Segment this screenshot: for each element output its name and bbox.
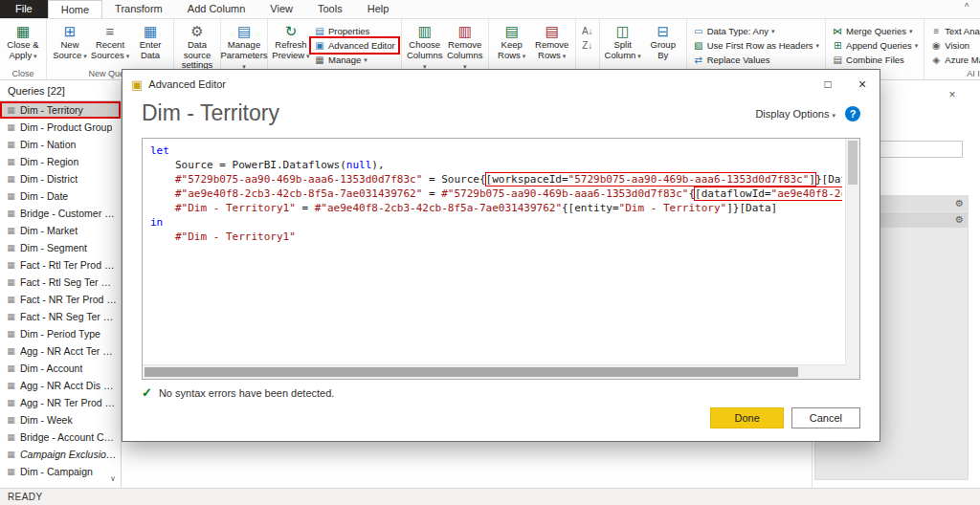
query-item-fact-rtl-ter-prod-gr[interactable]: ▦Fact - Rtl Ter Prod Gr... bbox=[0, 256, 121, 274]
ribbon-button-remove-columns[interactable]: ▥Remove Columns ▾ bbox=[445, 21, 485, 73]
ribbon-button-advanced-editor[interactable]: ▣Advanced Editor bbox=[311, 38, 398, 53]
horizontal-scrollbar[interactable] bbox=[143, 364, 845, 379]
remove-rows-icon: ▤ bbox=[546, 23, 559, 40]
vision-icon: ◉ bbox=[930, 40, 942, 51]
ribbon-group: ≡Text Analytics◉Vision◈Azure Machine Lea… bbox=[924, 19, 980, 79]
query-item-dim-segment[interactable]: ▦Dim - Segment bbox=[0, 239, 121, 256]
query-item-fact-nr-seg-ter-pro[interactable]: ▦Fact - NR Seg Ter Pro... bbox=[0, 308, 121, 325]
ribbon-button-sort-za[interactable]: Z↓ bbox=[579, 38, 596, 53]
query-item-agg-nr-acct-dis-pr[interactable]: ▦Agg - NR Acct Dis Pr... bbox=[0, 377, 121, 394]
manage-parameters-icon: ▤ bbox=[237, 23, 251, 40]
query-item-label: Dim - Account bbox=[20, 362, 82, 374]
query-item-bridge-customer-ca[interactable]: ▦Bridge - Customer Ca... bbox=[0, 205, 121, 222]
code-token: Source = PowerBI.Dataflows( bbox=[175, 159, 346, 171]
ribbon-button-merge-queries[interactable]: ⋈Merge Queries▾ bbox=[829, 24, 921, 38]
query-item-dim-district[interactable]: ▦Dim - District bbox=[0, 170, 121, 187]
query-item-dim-week[interactable]: ▦Dim - Week bbox=[0, 411, 121, 428]
ribbon-button-group-by[interactable]: ⊟Group By bbox=[643, 21, 683, 60]
gear-icon[interactable] bbox=[955, 199, 964, 209]
ribbon-button-remove-rows[interactable]: ▤Remove Rows ▾ bbox=[532, 21, 572, 61]
query-item-label: Fact - NR Seg Ter Pro... bbox=[20, 311, 117, 322]
ribbon-button-manage-parameters[interactable]: ▤Manage Parameters ▾ bbox=[224, 21, 264, 73]
query-item-dim-campaign[interactable]: ▦Dim - Campaign bbox=[0, 463, 121, 480]
refresh-preview-icon: ↻ bbox=[285, 23, 298, 40]
query-item-campaign-exclusion-l[interactable]: ▦Campaign Exclusion L... bbox=[0, 446, 121, 463]
query-item-label: Dim - Territory bbox=[20, 104, 83, 116]
ribbon-button-properties[interactable]: ▤Properties bbox=[311, 24, 398, 38]
help-button[interactable] bbox=[845, 106, 860, 121]
query-item-dim-date[interactable]: ▦Dim - Date bbox=[0, 187, 121, 205]
query-table-icon: ▦ bbox=[6, 381, 16, 390]
ribbon-button-use-first-row-as-headers[interactable]: ▧Use First Row as Headers▾ bbox=[690, 38, 822, 53]
ribbon-button-data-type-any[interactable]: ▭Data Type: Any▾ bbox=[690, 24, 822, 38]
tab-view[interactable]: View bbox=[257, 0, 305, 18]
code-token: "Dim - Territory" bbox=[619, 202, 727, 214]
query-table-icon: ▦ bbox=[6, 346, 16, 356]
ribbon-button-vision[interactable]: ◉Vision bbox=[927, 38, 980, 53]
tab-tools[interactable]: Tools bbox=[305, 0, 355, 18]
query-item-dim-territory[interactable]: ▦Dim - Territory bbox=[0, 101, 121, 119]
ribbon-button-replace-values[interactable]: ⇄Replace Values bbox=[690, 53, 822, 67]
query-item-agg-nr-ter-prod-gr[interactable]: ▦Agg - NR Ter Prod Gr... bbox=[0, 394, 121, 411]
tab-home[interactable]: Home bbox=[48, 0, 102, 18]
ribbon-button-data-source-settings[interactable]: ⚙Data source settings bbox=[177, 21, 217, 71]
query-item-agg-nr-acct-ter-pr[interactable]: ▦Agg - NR Acct Ter Pr... bbox=[0, 342, 121, 360]
close-icon[interactable] bbox=[845, 70, 880, 99]
ribbon-button-azure-machine-learning[interactable]: ◈Azure Machine Learning bbox=[927, 53, 980, 67]
query-item-dim-nation[interactable]: ▦Dim - Nation bbox=[0, 136, 121, 153]
ribbon-button-new-source[interactable]: ⊞New Source ▾ bbox=[50, 21, 90, 61]
query-item-fact-rtl-seg-ter-pro[interactable]: ▦Fact - Rtl Seg Ter Pro... bbox=[0, 274, 121, 291]
ribbon-button-combine-files[interactable]: ▤Combine Files bbox=[829, 53, 921, 67]
query-title: Dim - Territory bbox=[142, 100, 279, 126]
ribbon-button-sort-az[interactable]: A↓ bbox=[579, 24, 596, 38]
ribbon-button-append-queries[interactable]: ⊞Append Queries▾ bbox=[829, 38, 921, 53]
code-editor[interactable]: letSource = PowerBI.Dataflows(null),#"57… bbox=[142, 138, 860, 380]
scroll-down-icon[interactable] bbox=[107, 473, 119, 485]
ribbon-button-label: Azure Machine Learning bbox=[945, 55, 980, 65]
code-token: = Source{ bbox=[422, 173, 485, 186]
ribbon-button-recent-sources[interactable]: ≡Recent Sources ▾ bbox=[90, 21, 130, 61]
done-button[interactable]: Done bbox=[710, 407, 783, 428]
tab-help[interactable]: Help bbox=[355, 0, 402, 18]
vertical-scrollbar[interactable] bbox=[845, 139, 859, 364]
query-item-dim-product-group[interactable]: ▦Dim - Product Group bbox=[0, 119, 121, 136]
query-item-label: Agg - NR Acct Dis Pr... bbox=[20, 380, 117, 391]
vertical-scrollbar-thumb[interactable] bbox=[848, 141, 858, 185]
advanced-editor-dialog: ▣ Advanced Editor Dim - Territory Displa… bbox=[122, 69, 880, 442]
combine-files-icon: ▤ bbox=[832, 55, 843, 65]
ribbon-button-manage[interactable]: ▦Manage▾ bbox=[311, 53, 398, 67]
tab-transform[interactable]: Transform bbox=[102, 0, 175, 18]
ribbon-button-close-apply[interactable]: ▦Close & Apply ▾ bbox=[3, 21, 43, 61]
horizontal-scrollbar-thumb[interactable] bbox=[145, 367, 798, 377]
query-item-dim-market[interactable]: ▦Dim - Market bbox=[0, 222, 121, 239]
cancel-button[interactable]: Cancel bbox=[791, 407, 860, 428]
ribbon-button-label: Properties bbox=[328, 26, 369, 36]
chevron-down-icon: ▾ bbox=[915, 42, 919, 50]
collapse-ribbon-icon[interactable] bbox=[959, 2, 974, 17]
gear-icon[interactable] bbox=[955, 215, 964, 225]
close-pane-icon[interactable] bbox=[946, 88, 959, 101]
ribbon-button-keep-rows[interactable]: ▤Keep Rows ▾ bbox=[492, 21, 532, 61]
query-item-bridge-account-ca[interactable]: ▦Bridge - Account Ca... bbox=[0, 428, 121, 446]
ribbon-button-choose-columns[interactable]: ▥Choose Columns ▾ bbox=[405, 21, 445, 73]
query-item-dim-account[interactable]: ▦Dim - Account bbox=[0, 360, 121, 377]
tab-file[interactable]: File bbox=[0, 0, 48, 18]
query-item-dim-period-type[interactable]: ▦Dim - Period Type bbox=[0, 325, 121, 342]
data-source-settings-icon: ⚙ bbox=[190, 23, 203, 40]
ribbon-button-refresh-preview[interactable]: ↻Refresh Preview ▾ bbox=[271, 21, 311, 61]
ribbon-button-text-analytics[interactable]: ≡Text Analytics bbox=[927, 24, 980, 38]
code-token: = bbox=[296, 202, 315, 214]
ribbon-button-label: Enter Data bbox=[140, 40, 162, 60]
maximize-icon[interactable] bbox=[811, 70, 845, 99]
ribbon-button-split-column[interactable]: ◫Split Column ▾ bbox=[603, 21, 643, 61]
query-item-fact-nr-ter-prod-gr[interactable]: ▦Fact - NR Ter Prod Gr... bbox=[0, 291, 121, 308]
ribbon-button-label: Use First Row as Headers bbox=[707, 40, 813, 51]
code-content[interactable]: letSource = PowerBI.Dataflows(null),#"57… bbox=[150, 143, 842, 362]
ribbon-button-enter-data[interactable]: ▦Enter Data bbox=[130, 21, 170, 60]
scrollbar-corner bbox=[845, 364, 859, 379]
query-item-dim-region[interactable]: ▦Dim - Region bbox=[0, 153, 121, 170]
query-table-icon: ▦ bbox=[6, 312, 16, 321]
display-options-dropdown[interactable]: Display Options ▾ bbox=[755, 108, 835, 120]
query-table-icon: ▦ bbox=[6, 122, 16, 132]
tab-add-column[interactable]: Add Column bbox=[175, 0, 258, 18]
